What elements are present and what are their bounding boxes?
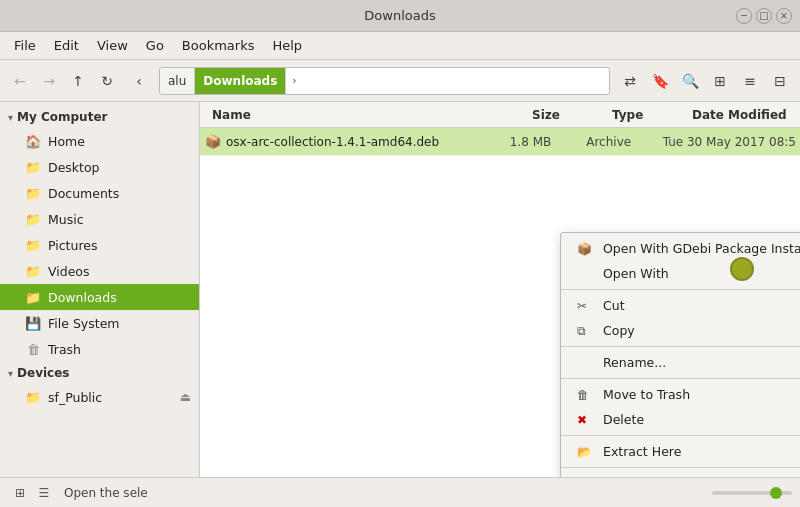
my-computer-label: My Computer: [17, 110, 107, 124]
downloads-folder-icon: 📁: [24, 288, 42, 306]
file-date: Tue 30 May 2017 08:5: [663, 135, 796, 149]
sidebar-item-downloads[interactable]: 📁 Downloads: [0, 284, 199, 310]
search-icon[interactable]: 🔍: [676, 67, 704, 95]
documents-folder-icon: 📁: [24, 184, 42, 202]
sidebar-item-sfpublic[interactable]: 📁 sf_Public ⏏: [0, 384, 199, 410]
window-controls: − □ ×: [736, 8, 792, 24]
filesystem-icon: 💾: [24, 314, 42, 332]
forward-button[interactable]: →: [35, 67, 63, 95]
sidebar-item-downloads-label: Downloads: [48, 290, 117, 305]
bookmark-icon[interactable]: 🔖: [646, 67, 674, 95]
ctx-sep-5: [561, 467, 800, 468]
sidebar-item-filesystem[interactable]: 💾 File System: [0, 310, 199, 336]
status-bar: ⊞ ☰ Open the sele: [0, 477, 800, 507]
sidebar-item-music[interactable]: 📁 Music: [0, 206, 199, 232]
sidebar-section-devices[interactable]: ▾ Devices: [0, 362, 199, 384]
ctx-extract[interactable]: 📂 Extract Here: [561, 439, 800, 464]
devices-label: Devices: [17, 366, 69, 380]
minimize-button[interactable]: −: [736, 8, 752, 24]
window-title: Downloads: [364, 8, 435, 23]
ctx-sep-2: [561, 346, 800, 347]
sidebar-item-trash-label: Trash: [48, 342, 81, 357]
sidebar-item-documents[interactable]: 📁 Documents: [0, 180, 199, 206]
menu-edit[interactable]: Edit: [46, 35, 87, 56]
prev-location-button[interactable]: ‹: [125, 67, 153, 95]
main-area: ▾ My Computer 🏠 Home 📁 Desktop 📁 Documen…: [0, 102, 800, 477]
menu-go[interactable]: Go: [138, 35, 172, 56]
file-size: 1.8 MB: [510, 135, 586, 149]
mouse-cursor: [730, 257, 754, 281]
location-next-arrow[interactable]: ›: [286, 68, 302, 94]
ctx-copy-label: Copy: [603, 323, 635, 338]
file-type: Archive: [586, 135, 662, 149]
ctx-open-gdebi-label: Open With GDebi Package Installer: [603, 241, 800, 256]
ctx-rename[interactable]: Rename...: [561, 350, 800, 375]
ctx-properties[interactable]: ☰ Properties: [561, 471, 800, 477]
toolbar-right: ⇄ 🔖 🔍 ⊞ ≡ ⊟: [616, 67, 794, 95]
sidebar-item-music-label: Music: [48, 212, 84, 227]
menu-view[interactable]: View: [89, 35, 136, 56]
sfpublic-eject-icon[interactable]: ⏏: [180, 390, 191, 404]
ctx-sep-3: [561, 378, 800, 379]
pictures-folder-icon: 📁: [24, 236, 42, 254]
ctx-extract-label: Extract Here: [603, 444, 681, 459]
sidebar-item-home[interactable]: 🏠 Home: [0, 128, 199, 154]
ctx-delete-label: Delete: [603, 412, 644, 427]
maximize-button[interactable]: □: [756, 8, 772, 24]
col-header-date: Date Modified: [684, 108, 800, 122]
sidebar-item-videos-label: Videos: [48, 264, 90, 279]
menu-bar: File Edit View Go Bookmarks Help: [0, 32, 800, 60]
ctx-cut[interactable]: ✂ Cut: [561, 293, 800, 318]
menu-help[interactable]: Help: [264, 35, 310, 56]
ctx-properties-icon: ☰: [577, 477, 595, 478]
ctx-move-trash-label: Move to Trash: [603, 387, 690, 402]
up-button[interactable]: ↑: [64, 67, 92, 95]
zoom-thumb: [770, 487, 782, 499]
sidebar-section-my-computer[interactable]: ▾ My Computer: [0, 106, 199, 128]
status-bar-right: [712, 491, 792, 495]
sidebar-item-desktop[interactable]: 📁 Desktop: [0, 154, 199, 180]
sidebar-item-documents-label: Documents: [48, 186, 119, 201]
videos-folder-icon: 📁: [24, 262, 42, 280]
sidebar-item-trash[interactable]: 🗑 Trash: [0, 336, 199, 362]
zoom-slider[interactable]: [712, 491, 792, 495]
file-area: Name Size Type Date Modified 📦 osx-arc-c…: [200, 102, 800, 477]
file-name: 📦 osx-arc-collection-1.4.1-amd64.deb: [204, 133, 510, 151]
compact-view-button[interactable]: ⊟: [766, 67, 794, 95]
close-button[interactable]: ×: [776, 8, 792, 24]
sidebar-item-videos[interactable]: 📁 Videos: [0, 258, 199, 284]
back-button[interactable]: ←: [6, 67, 34, 95]
menu-bookmarks[interactable]: Bookmarks: [174, 35, 263, 56]
location-downloads[interactable]: Downloads: [195, 68, 286, 94]
refresh-button[interactable]: ↻: [93, 67, 121, 95]
sidebar-item-pictures[interactable]: 📁 Pictures: [0, 232, 199, 258]
trash-icon: 🗑: [24, 340, 42, 358]
file-name-text: osx-arc-collection-1.4.1-amd64.deb: [226, 135, 439, 149]
ctx-sep-4: [561, 435, 800, 436]
ctx-move-trash[interactable]: 🗑 Move to Trash: [561, 382, 800, 407]
ctx-trash-icon: 🗑: [577, 388, 595, 402]
view-icon-btn[interactable]: ⊞: [8, 481, 32, 505]
sidebar-item-sfpublic-label: sf_Public: [48, 390, 102, 405]
nav-arrows: ← → ↑ ↻: [6, 67, 121, 95]
menu-file[interactable]: File: [6, 35, 44, 56]
view-list-btn[interactable]: ☰: [32, 481, 56, 505]
devices-arrow: ▾: [8, 368, 13, 379]
context-menu: 📦 Open With GDebi Package Installer ⊕ Op…: [560, 232, 800, 477]
ctx-rename-label: Rename...: [603, 355, 666, 370]
location-alu[interactable]: alu: [160, 68, 195, 94]
file-row[interactable]: 📦 osx-arc-collection-1.4.1-amd64.deb 1.8…: [200, 128, 800, 156]
location-bar: alu Downloads ›: [159, 67, 610, 95]
sidebar-item-desktop-label: Desktop: [48, 160, 100, 175]
ctx-delete-icon: ✖: [577, 413, 595, 427]
apps-icon[interactable]: ⊞: [706, 67, 734, 95]
toolbar: ← → ↑ ↻ ‹ alu Downloads › ⇄ 🔖 🔍 ⊞ ≡ ⊟: [0, 60, 800, 102]
ctx-open-gdebi[interactable]: 📦 Open With GDebi Package Installer ⊕: [561, 236, 800, 261]
list-view-button[interactable]: ≡: [736, 67, 764, 95]
ctx-delete[interactable]: ✖ Delete: [561, 407, 800, 432]
ctx-sep-1: [561, 289, 800, 290]
ctx-open-with[interactable]: Open With ›: [561, 261, 800, 286]
ctx-open-with-label: Open With: [603, 266, 669, 281]
ctx-copy[interactable]: ⧉ Copy: [561, 318, 800, 343]
sidebar-item-pictures-label: Pictures: [48, 238, 98, 253]
